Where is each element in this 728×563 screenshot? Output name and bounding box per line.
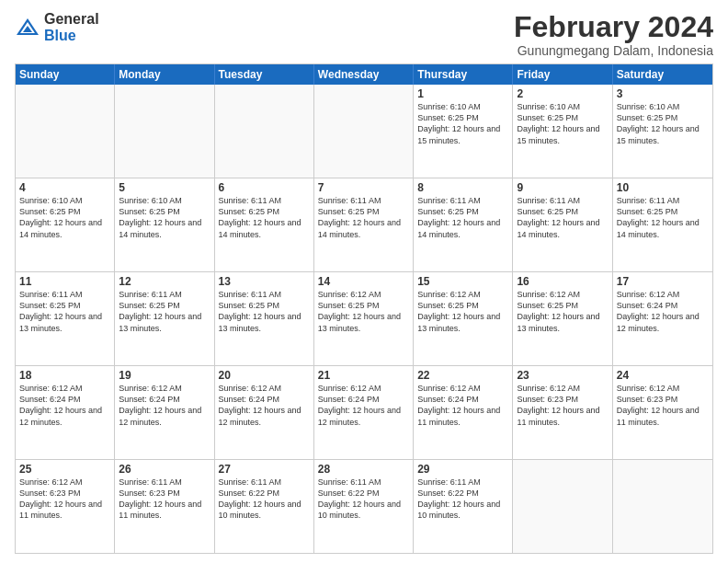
day-number: 11 (19, 275, 110, 288)
cell-info: Sunrise: 6:12 AM Sunset: 6:23 PM Dayligh… (517, 383, 608, 428)
cell-info: Sunrise: 6:12 AM Sunset: 6:23 PM Dayligh… (19, 477, 110, 522)
calendar-cell-day-26: 26Sunrise: 6:11 AM Sunset: 6:23 PM Dayli… (115, 460, 214, 553)
calendar-cell-day-5: 5Sunrise: 6:10 AM Sunset: 6:25 PM Daylig… (115, 178, 214, 271)
calendar-row-3: 11Sunrise: 6:11 AM Sunset: 6:25 PM Dayli… (16, 271, 712, 365)
day-number: 10 (617, 181, 709, 194)
calendar-cell-day-6: 6Sunrise: 6:11 AM Sunset: 6:25 PM Daylig… (215, 178, 314, 271)
logo-icon (15, 15, 40, 40)
calendar-cell-day-21: 21Sunrise: 6:12 AM Sunset: 6:24 PM Dayli… (314, 366, 414, 459)
day-number: 24 (617, 369, 709, 382)
logo: General Blue (15, 11, 99, 43)
location: Gunungmegang Dalam, Indonesia (514, 43, 713, 58)
calendar-cell-day-29: 29Sunrise: 6:11 AM Sunset: 6:22 PM Dayli… (414, 460, 513, 553)
calendar-cell-empty (215, 85, 314, 178)
header-day-wednesday: Wednesday (314, 64, 414, 85)
cell-info: Sunrise: 6:12 AM Sunset: 6:24 PM Dayligh… (19, 383, 110, 428)
day-number: 3 (617, 87, 709, 100)
calendar-cell-day-23: 23Sunrise: 6:12 AM Sunset: 6:23 PM Dayli… (513, 366, 612, 459)
day-number: 2 (517, 87, 608, 100)
day-number: 6 (219, 181, 310, 194)
calendar-cell-day-27: 27Sunrise: 6:11 AM Sunset: 6:22 PM Dayli… (215, 460, 314, 553)
header-day-friday: Friday (513, 64, 612, 85)
header-day-saturday: Saturday (613, 64, 712, 85)
cell-info: Sunrise: 6:12 AM Sunset: 6:25 PM Dayligh… (318, 289, 409, 334)
day-number: 9 (517, 181, 608, 194)
day-number: 29 (417, 463, 508, 476)
day-number: 19 (119, 369, 210, 382)
header: General Blue February 2024 Gunungmegang … (15, 11, 713, 58)
day-number: 26 (119, 463, 210, 476)
calendar-cell-day-13: 13Sunrise: 6:11 AM Sunset: 6:25 PM Dayli… (215, 272, 314, 365)
calendar-cell-day-15: 15Sunrise: 6:12 AM Sunset: 6:25 PM Dayli… (414, 272, 513, 365)
calendar-cell-day-11: 11Sunrise: 6:11 AM Sunset: 6:25 PM Dayli… (16, 272, 115, 365)
header-day-sunday: Sunday (16, 64, 115, 85)
day-number: 25 (19, 463, 110, 476)
page: General Blue February 2024 Gunungmegang … (0, 0, 728, 563)
day-number: 1 (417, 87, 508, 100)
day-number: 7 (318, 181, 409, 194)
day-number: 15 (417, 275, 508, 288)
calendar-cell-day-20: 20Sunrise: 6:12 AM Sunset: 6:24 PM Dayli… (215, 366, 314, 459)
calendar-cell-day-24: 24Sunrise: 6:12 AM Sunset: 6:23 PM Dayli… (613, 366, 712, 459)
header-day-tuesday: Tuesday (215, 64, 314, 85)
cell-info: Sunrise: 6:12 AM Sunset: 6:24 PM Dayligh… (219, 383, 310, 428)
day-number: 14 (318, 275, 409, 288)
cell-info: Sunrise: 6:11 AM Sunset: 6:22 PM Dayligh… (318, 477, 409, 522)
logo-general: General (44, 11, 99, 28)
calendar-cell-day-17: 17Sunrise: 6:12 AM Sunset: 6:24 PM Dayli… (613, 272, 712, 365)
day-number: 22 (417, 369, 508, 382)
cell-info: Sunrise: 6:12 AM Sunset: 6:25 PM Dayligh… (517, 289, 608, 334)
calendar-cell-day-25: 25Sunrise: 6:12 AM Sunset: 6:23 PM Dayli… (16, 460, 115, 553)
calendar-cell-day-22: 22Sunrise: 6:12 AM Sunset: 6:24 PM Dayli… (414, 366, 513, 459)
calendar-cell-day-28: 28Sunrise: 6:11 AM Sunset: 6:22 PM Dayli… (314, 460, 414, 553)
cell-info: Sunrise: 6:12 AM Sunset: 6:25 PM Dayligh… (417, 289, 508, 334)
cell-info: Sunrise: 6:12 AM Sunset: 6:23 PM Dayligh… (617, 383, 709, 428)
calendar-cell-empty (513, 460, 612, 553)
cell-info: Sunrise: 6:12 AM Sunset: 6:24 PM Dayligh… (617, 289, 709, 334)
cell-info: Sunrise: 6:11 AM Sunset: 6:25 PM Dayligh… (318, 195, 409, 240)
calendar-cell-empty (115, 85, 214, 178)
calendar-cell-day-16: 16Sunrise: 6:12 AM Sunset: 6:25 PM Dayli… (513, 272, 612, 365)
cell-info: Sunrise: 6:11 AM Sunset: 6:23 PM Dayligh… (119, 477, 210, 522)
calendar-cell-day-18: 18Sunrise: 6:12 AM Sunset: 6:24 PM Dayli… (16, 366, 115, 459)
calendar-cell-day-2: 2Sunrise: 6:10 AM Sunset: 6:25 PM Daylig… (513, 85, 612, 178)
calendar-cell-day-12: 12Sunrise: 6:11 AM Sunset: 6:25 PM Dayli… (115, 272, 214, 365)
cell-info: Sunrise: 6:11 AM Sunset: 6:25 PM Dayligh… (517, 195, 608, 240)
calendar-row-1: 1Sunrise: 6:10 AM Sunset: 6:25 PM Daylig… (16, 85, 712, 178)
calendar-row-5: 25Sunrise: 6:12 AM Sunset: 6:23 PM Dayli… (16, 459, 712, 553)
calendar-header: SundayMondayTuesdayWednesdayThursdayFrid… (16, 64, 712, 85)
cell-info: Sunrise: 6:11 AM Sunset: 6:25 PM Dayligh… (219, 289, 310, 334)
cell-info: Sunrise: 6:10 AM Sunset: 6:25 PM Dayligh… (517, 101, 608, 146)
calendar-row-4: 18Sunrise: 6:12 AM Sunset: 6:24 PM Dayli… (16, 365, 712, 459)
calendar-cell-day-8: 8Sunrise: 6:11 AM Sunset: 6:25 PM Daylig… (414, 178, 513, 271)
calendar: SundayMondayTuesdayWednesdayThursdayFrid… (15, 63, 713, 554)
calendar-cell-day-3: 3Sunrise: 6:10 AM Sunset: 6:25 PM Daylig… (613, 85, 712, 178)
cell-info: Sunrise: 6:10 AM Sunset: 6:25 PM Dayligh… (119, 195, 210, 240)
day-number: 20 (219, 369, 310, 382)
day-number: 12 (119, 275, 210, 288)
day-number: 17 (617, 275, 709, 288)
cell-info: Sunrise: 6:11 AM Sunset: 6:22 PM Dayligh… (417, 477, 508, 522)
cell-info: Sunrise: 6:11 AM Sunset: 6:25 PM Dayligh… (119, 289, 210, 334)
header-day-monday: Monday (115, 64, 214, 85)
calendar-cell-empty (314, 85, 414, 178)
day-number: 18 (19, 369, 110, 382)
day-number: 16 (517, 275, 608, 288)
cell-info: Sunrise: 6:11 AM Sunset: 6:25 PM Dayligh… (219, 195, 310, 240)
day-number: 8 (417, 181, 508, 194)
cell-info: Sunrise: 6:12 AM Sunset: 6:24 PM Dayligh… (417, 383, 508, 428)
calendar-cell-empty (613, 460, 712, 553)
title-block: February 2024 Gunungmegang Dalam, Indone… (514, 11, 713, 58)
calendar-cell-day-14: 14Sunrise: 6:12 AM Sunset: 6:25 PM Dayli… (314, 272, 414, 365)
calendar-cell-day-7: 7Sunrise: 6:11 AM Sunset: 6:25 PM Daylig… (314, 178, 414, 271)
month-year: February 2024 (514, 11, 713, 43)
cell-info: Sunrise: 6:11 AM Sunset: 6:25 PM Dayligh… (617, 195, 709, 240)
calendar-body: 1Sunrise: 6:10 AM Sunset: 6:25 PM Daylig… (16, 85, 712, 553)
day-number: 27 (219, 463, 310, 476)
cell-info: Sunrise: 6:12 AM Sunset: 6:24 PM Dayligh… (119, 383, 210, 428)
header-day-thursday: Thursday (414, 64, 513, 85)
day-number: 23 (517, 369, 608, 382)
calendar-cell-empty (16, 85, 115, 178)
day-number: 13 (219, 275, 310, 288)
cell-info: Sunrise: 6:10 AM Sunset: 6:25 PM Dayligh… (617, 101, 709, 146)
